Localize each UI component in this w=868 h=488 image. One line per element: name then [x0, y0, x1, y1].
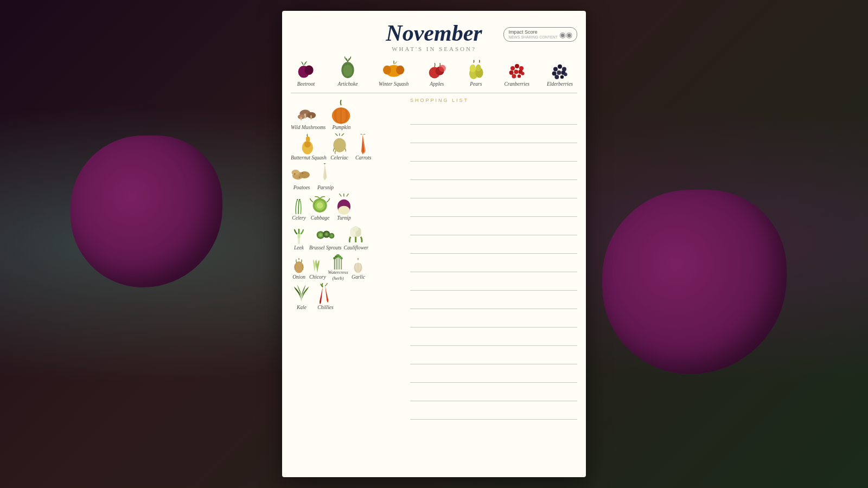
svg-point-11 [470, 65, 476, 72]
svg-point-17 [509, 70, 513, 75]
list-line-11[interactable] [410, 292, 577, 309]
produce-item-brussel-sprouts: Brussel Sprouts [309, 223, 342, 251]
svg-point-1 [305, 65, 314, 75]
leek-icon [291, 229, 307, 245]
parsnip-icon [315, 163, 336, 185]
list-line-15[interactable] [410, 365, 577, 383]
apples-label: Apples [430, 81, 444, 87]
celeriac-label: Celeriac [330, 155, 348, 161]
svg-point-22 [521, 72, 524, 75]
chillies-icon [315, 283, 336, 305]
svg-point-18 [514, 69, 518, 74]
produce-item-pears: Pears [465, 60, 487, 87]
produce-item-carrots: Carrots [353, 133, 374, 161]
svg-point-30 [560, 75, 564, 79]
row-onion-chicory-watercress-garlic: Onion Chicory [291, 253, 406, 280]
produce-item-winter-squash: Winter Squash [379, 54, 409, 87]
chicory-icon [309, 258, 326, 274]
svg-point-20 [512, 74, 516, 78]
sound-wave-icon: ◉◉ [559, 30, 572, 39]
page-title: November [386, 22, 482, 44]
row-leek-brussel: Leek Brussel Sprouts [291, 223, 406, 251]
list-line-12[interactable] [410, 310, 577, 328]
kale-icon [291, 283, 312, 305]
pears-icon [465, 60, 487, 81]
svg-point-27 [557, 70, 561, 75]
list-line-5[interactable] [410, 181, 577, 198]
produce-item-celery: Celery [291, 199, 307, 221]
svg-point-26 [552, 72, 557, 76]
list-line-16[interactable] [410, 384, 577, 401]
svg-point-29 [554, 75, 559, 79]
list-line-2[interactable] [410, 126, 577, 143]
list-line-13[interactable] [410, 329, 577, 346]
svg-point-48 [302, 172, 303, 174]
list-line-4[interactable] [410, 163, 577, 180]
produce-item-kale: Kale [291, 283, 312, 311]
butternut-squash-icon [298, 133, 320, 155]
cabbage-label: Cabbage [311, 215, 329, 221]
artichoke-icon [334, 54, 361, 81]
list-line-6[interactable] [410, 200, 577, 217]
produce-item-cauliflower: Cauliflower [344, 223, 368, 251]
celery-label: Celery [292, 215, 305, 221]
svg-point-54 [338, 206, 349, 214]
top-produce-strip: Beetroot Artichoke Winter Squas [291, 54, 577, 87]
list-line-17[interactable] [410, 402, 577, 420]
svg-point-64 [330, 234, 333, 237]
pears-label: Pears [470, 81, 482, 87]
cauliflower-icon [345, 223, 367, 245]
svg-point-69 [350, 231, 356, 236]
list-line-7[interactable] [410, 218, 577, 235]
produce-item-watercress: Watercress(herb) [328, 253, 348, 280]
svg-point-13 [476, 65, 481, 72]
butternut-squash-label: Butternut Squash [291, 155, 327, 161]
carrots-icon [353, 133, 374, 155]
row-butternut-celeriac-carrots: Butternut Squash Celeriac [291, 133, 406, 161]
potatoes-icon [291, 163, 312, 185]
parsnip-label: Parsnip [317, 185, 334, 191]
produce-item-leek: Leek [291, 229, 307, 251]
svg-point-47 [294, 174, 296, 175]
brussel-sprouts-label: Brussel Sprouts [309, 245, 342, 251]
svg-point-62 [325, 233, 327, 235]
turnip-label: Turnip [337, 215, 350, 221]
list-line-3[interactable] [410, 144, 577, 162]
garlic-label: Garlic [352, 274, 365, 280]
row-mushrooms-pumpkin: Wild Mushrooms Pumpkin [291, 98, 406, 131]
produce-item-turnip: Turnip [333, 194, 355, 221]
cabbage-icon [309, 194, 331, 215]
svg-point-23 [553, 67, 558, 72]
celery-icon [291, 199, 307, 215]
elderberries-icon [549, 60, 571, 81]
svg-point-14 [510, 66, 515, 70]
list-line-8[interactable] [410, 236, 577, 254]
impact-score-label: Impact Score NEWS SHARING CONTENT [508, 29, 558, 40]
produce-item-pumpkin: Pumpkin [328, 98, 355, 131]
list-line-9[interactable] [410, 255, 577, 272]
svg-point-46 [291, 170, 299, 175]
brussel-sprouts-icon [315, 223, 336, 245]
svg-rect-35 [310, 115, 312, 119]
leek-label: Leek [294, 245, 304, 251]
wild-mushrooms-icon [297, 103, 319, 125]
cranberries-icon [506, 60, 528, 81]
pumpkin-icon [328, 98, 355, 125]
chicory-label: Chicory [309, 274, 326, 280]
list-line-1[interactable] [410, 107, 577, 125]
produce-item-onion: Onion [291, 258, 307, 280]
svg-point-45 [299, 171, 310, 178]
svg-point-24 [558, 65, 562, 69]
produce-item-cranberries: Cranberries [504, 60, 529, 87]
cranberries-label: Cranberries [504, 81, 529, 87]
svg-point-71 [295, 261, 304, 273]
svg-point-59 [319, 233, 322, 236]
svg-point-81 [340, 257, 342, 259]
pumpkin-label: Pumpkin [332, 125, 350, 131]
beetroot-label: Beetroot [297, 81, 315, 87]
list-line-14[interactable] [410, 347, 577, 364]
svg-point-80 [333, 257, 335, 259]
produce-item-celeriac: Celeriac [329, 133, 350, 161]
garlic-icon [350, 258, 366, 274]
list-line-10[interactable] [410, 273, 577, 291]
